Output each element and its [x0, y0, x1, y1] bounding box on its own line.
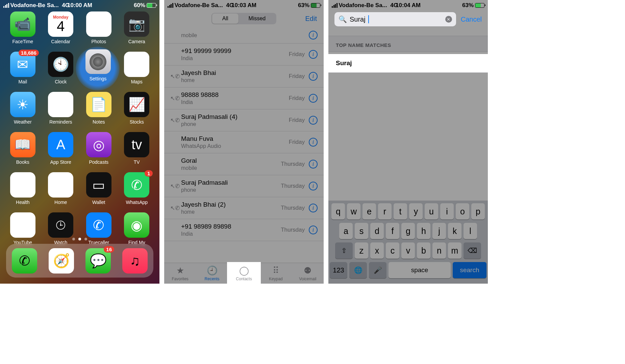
app-calendar[interactable]: Monday4Calendar: [46, 11, 76, 44]
tab-recents[interactable]: 🕘Recents: [196, 263, 228, 284]
space-key[interactable]: space: [389, 262, 451, 278]
info-icon[interactable]: i: [309, 160, 318, 168]
key-f[interactable]: f: [386, 223, 399, 239]
app-clock[interactable]: 🕙Clock: [46, 52, 76, 84]
tab-voicemail[interactable]: ⚉Voicemail: [292, 263, 324, 284]
key-u[interactable]: u: [425, 203, 438, 219]
call-sub: India: [181, 99, 219, 105]
info-icon[interactable]: i: [309, 72, 318, 81]
page-dots[interactable]: [0, 238, 159, 240]
segment-control[interactable]: All Missed: [211, 13, 276, 24]
segment-missed[interactable]: Missed: [239, 14, 276, 24]
key-w[interactable]: w: [347, 203, 360, 219]
info-icon[interactable]: i: [309, 182, 318, 190]
cancel-button[interactable]: Cancel: [461, 16, 482, 23]
dock-phone[interactable]: ✆: [12, 248, 37, 274]
battery-icon: [475, 3, 484, 8]
app-reminders[interactable]: ☰Reminders: [46, 92, 76, 125]
key-y[interactable]: y: [409, 203, 423, 219]
call-row[interactable]: GoralmobileThursdayi: [164, 153, 324, 175]
dock-music[interactable]: ♫: [122, 248, 148, 274]
info-icon[interactable]: i: [309, 226, 318, 234]
app-health[interactable]: ♥︎Health: [7, 172, 38, 205]
search-key[interactable]: search: [453, 262, 486, 278]
edit-button[interactable]: Edit: [305, 15, 317, 23]
app-facetime[interactable]: 📹FaceTime: [7, 11, 38, 44]
call-row[interactable]: ↖︎✆Jayesh Bhai (2)homeThursdayi: [164, 197, 324, 219]
call-row[interactable]: Manu FuvaWhatsApp AudioFridayi: [164, 131, 324, 153]
key-m[interactable]: m: [448, 242, 461, 259]
shift-key[interactable]: ⇧: [335, 242, 353, 259]
key-q[interactable]: q: [331, 203, 345, 219]
app-photos[interactable]: ✿Photos: [83, 11, 114, 44]
call-row[interactable]: ↖︎✆Suraj Padmasali (4)phoneFridayi: [164, 109, 324, 131]
key-p[interactable]: p: [471, 203, 485, 219]
call-row[interactable]: ↖︎✆98888 98888IndiaFridayi: [164, 87, 324, 109]
numbers-key[interactable]: 123: [330, 262, 347, 278]
key-a[interactable]: a: [339, 223, 353, 239]
call-row[interactable]: mobilei: [164, 27, 324, 44]
segment-all[interactable]: All: [212, 14, 239, 24]
clear-icon[interactable]: ✕: [445, 16, 452, 23]
dock-safari[interactable]: 🧭: [49, 248, 74, 274]
key-e[interactable]: e: [362, 203, 376, 219]
app-app-store[interactable]: AApp Store: [46, 132, 76, 165]
mic-key[interactable]: 🎤: [369, 262, 386, 278]
globe-key[interactable]: 🌐: [349, 262, 367, 278]
key-v[interactable]: v: [401, 242, 415, 259]
key-o[interactable]: o: [456, 203, 469, 219]
match-row[interactable]: Suraj: [328, 54, 488, 73]
app-podcasts[interactable]: ◎Podcasts: [83, 132, 114, 165]
key-g[interactable]: g: [401, 223, 415, 239]
app-stocks[interactable]: 📈Stocks: [122, 92, 152, 125]
key-k[interactable]: k: [448, 223, 461, 239]
app-settings-highlighted[interactable]: Settings: [85, 49, 111, 81]
app-home[interactable]: ⌂Home: [46, 172, 76, 205]
key-j[interactable]: j: [432, 223, 446, 239]
app-weather[interactable]: ☀︎Weather: [7, 92, 38, 125]
app-whatsapp[interactable]: ✆1WhatsApp: [122, 172, 152, 205]
key-r[interactable]: r: [378, 203, 392, 219]
key-z[interactable]: z: [355, 242, 368, 259]
call-row[interactable]: +91 99999 99999IndiaFridayi: [164, 44, 324, 66]
backspace-key[interactable]: ⌫: [464, 242, 481, 259]
call-time: Thursday: [281, 205, 305, 211]
app-books[interactable]: 📖Books: [7, 132, 38, 165]
search-query: Suraj: [350, 16, 366, 23]
call-row[interactable]: ↖︎✆Suraj PadmasaliphoneThursdayi: [164, 175, 324, 197]
key-c[interactable]: c: [386, 242, 399, 259]
info-icon[interactable]: i: [309, 94, 318, 103]
battery-pct: 63%: [462, 2, 474, 9]
app-wallet[interactable]: ▭Wallet: [83, 172, 114, 205]
recents-list[interactable]: mobilei+91 99999 99999IndiaFridayi↖︎✆Jay…: [164, 27, 324, 263]
info-icon[interactable]: i: [309, 50, 318, 59]
search-icon: 🔍: [339, 15, 347, 23]
call-row[interactable]: +91 98989 89898IndiaThursdayi: [164, 219, 324, 241]
key-h[interactable]: h: [417, 223, 430, 239]
app-maps[interactable]: ➤Maps: [122, 52, 152, 84]
key-d[interactable]: d: [370, 223, 384, 239]
truecaller-icon: ✆: [86, 212, 111, 238]
info-icon[interactable]: i: [309, 116, 318, 125]
info-icon[interactable]: i: [309, 204, 318, 212]
app-mail[interactable]: ✉︎18,686Mail: [7, 52, 38, 84]
key-l[interactable]: l: [464, 223, 477, 239]
info-icon[interactable]: i: [309, 31, 318, 40]
key-x[interactable]: x: [370, 242, 384, 259]
key-b[interactable]: b: [417, 242, 430, 259]
dock-messages[interactable]: 💬16: [85, 248, 111, 274]
search-input[interactable]: 🔍 Suraj ✕: [334, 12, 456, 26]
tab-contacts[interactable]: ◯Contacts: [228, 263, 260, 284]
tab-favorites[interactable]: ★Favorites: [164, 263, 196, 284]
app-camera[interactable]: 📷Camera: [122, 11, 152, 44]
key-s[interactable]: s: [355, 223, 368, 239]
app-tv[interactable]: tvTV: [122, 132, 152, 165]
call-row[interactable]: ↖︎✆Jayesh BhaihomeFridayi: [164, 66, 324, 87]
info-icon[interactable]: i: [309, 138, 318, 147]
key-t[interactable]: t: [394, 203, 407, 219]
call-name: Jayesh Bhai (2): [181, 201, 226, 208]
app-notes[interactable]: 📄Notes: [83, 92, 114, 125]
key-n[interactable]: n: [432, 242, 446, 259]
tab-keypad[interactable]: ⠿Keypad: [260, 263, 292, 284]
key-i[interactable]: i: [440, 203, 454, 219]
